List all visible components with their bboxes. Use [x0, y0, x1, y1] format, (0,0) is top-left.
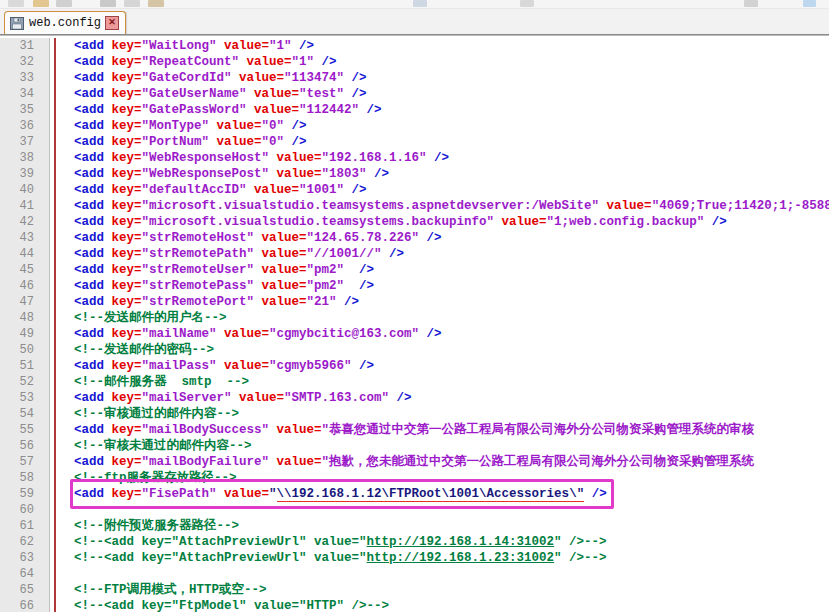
- code-line[interactable]: 42<add key="microsoft.visualstudio.teams…: [0, 214, 829, 230]
- line-number: 38: [0, 150, 50, 166]
- line-number: 42: [0, 214, 50, 230]
- tab-title: web.config: [29, 16, 101, 30]
- line-number: 41: [0, 198, 50, 214]
- toolbar-icon-sliver[interactable]: [744, 0, 758, 7]
- code-line[interactable]: 52<!--邮件服务器 smtp -->: [0, 374, 829, 390]
- line-number: 39: [0, 166, 50, 182]
- tab-bar: web.config ✕: [0, 9, 829, 35]
- toolbar-icon-sliver[interactable]: [520, 0, 534, 7]
- line-number: 50: [0, 342, 50, 358]
- code-text: <!--审核未通过的邮件内容-->: [56, 438, 829, 454]
- line-number: 34: [0, 86, 50, 102]
- code-text: <add key="WebResponsePost" value="1803" …: [56, 166, 829, 182]
- code-text: <add key="GatePassWord" value="112442" /…: [56, 102, 829, 118]
- code-text: <!--<add key="AttachPreviewUrl" value="h…: [56, 550, 829, 566]
- code-line[interactable]: 60: [0, 502, 829, 518]
- tab-web-config[interactable]: web.config ✕: [4, 11, 126, 34]
- code-line[interactable]: 36<add key="MonType" value="0" />: [0, 118, 829, 134]
- code-text: <add key="strRemoteHost" value="124.65.7…: [56, 230, 829, 246]
- code-line[interactable]: 39<add key="WebResponsePost" value="1803…: [0, 166, 829, 182]
- code-line[interactable]: 43<add key="strRemoteHost" value="124.65…: [0, 230, 829, 246]
- toolbar-icon-sliver[interactable]: [803, 0, 816, 7]
- code-line[interactable]: 38<add key="WebResponseHost" value="192.…: [0, 150, 829, 166]
- code-text: <add key="mailName" value="cgmybcitic@16…: [56, 326, 829, 342]
- code-line[interactable]: 54<!--审核通过的邮件内容-->: [0, 406, 829, 422]
- code-line[interactable]: 57<add key="mailBodyFailure" value="抱歉，您…: [0, 454, 829, 470]
- toolbar-icon-sliver[interactable]: [56, 0, 72, 7]
- line-number: 32: [0, 54, 50, 70]
- code-text: <add key="strRemoteUser" value="pm2" />: [56, 262, 829, 278]
- code-text: <add key="FisePath" value="\\192.168.1.1…: [56, 486, 829, 502]
- line-number: 48: [0, 310, 50, 326]
- line-number: 66: [0, 598, 50, 612]
- code-text: <add key="GateUserName" value="test" />: [56, 86, 829, 102]
- toolbar-icon-sliver[interactable]: [33, 0, 49, 7]
- code-line[interactable]: 62<!--<add key="AttachPreviewUrl" value=…: [0, 534, 829, 550]
- line-number: 44: [0, 246, 50, 262]
- line-number: 40: [0, 182, 50, 198]
- code-text: [56, 566, 829, 582]
- floppy-saved-icon: [10, 17, 24, 30]
- line-number: 36: [0, 118, 50, 134]
- code-lines: 31<add key="WaitLong" value="1" />32<add…: [0, 38, 829, 612]
- line-number: 47: [0, 294, 50, 310]
- line-number: 43: [0, 230, 50, 246]
- toolbar-icon-sliver[interactable]: [148, 0, 164, 7]
- toolbar-icon-sliver[interactable]: [8, 0, 24, 7]
- line-number: 53: [0, 390, 50, 406]
- line-number: 37: [0, 134, 50, 150]
- code-line[interactable]: 41<add key="microsoft.visualstudio.teams…: [0, 198, 829, 214]
- line-number: 61: [0, 518, 50, 534]
- line-number: 59: [0, 486, 50, 502]
- code-text: <!--发送邮件的用户名-->: [56, 310, 829, 326]
- code-line[interactable]: 33<add key="GateCordId" value="113474" /…: [0, 70, 829, 86]
- toolbar-icon-sliver[interactable]: [100, 0, 116, 7]
- code-line[interactable]: 37<add key="PortNum" value="0" />: [0, 134, 829, 150]
- code-line[interactable]: 44<add key="strRemotePath" value="//1001…: [0, 246, 829, 262]
- code-text: <!--邮件服务器 smtp -->: [56, 374, 829, 390]
- code-line[interactable]: 63<!--<add key="AttachPreviewUrl" value=…: [0, 550, 829, 566]
- line-number: 35: [0, 102, 50, 118]
- code-text: <!--<add key="FtpModel" value="HTTP" />-…: [56, 598, 829, 612]
- line-number: 56: [0, 438, 50, 454]
- code-line[interactable]: 55<add key="mailBodySuccess" value="恭喜您通…: [0, 422, 829, 438]
- line-number: 55: [0, 422, 50, 438]
- code-line[interactable]: 31<add key="WaitLong" value="1" />: [0, 38, 829, 54]
- close-icon[interactable]: ✕: [105, 16, 119, 30]
- line-number: 49: [0, 326, 50, 342]
- code-text: <add key="GateCordId" value="113474" />: [56, 70, 829, 86]
- code-line[interactable]: 50<!--发送邮件的密码-->: [0, 342, 829, 358]
- code-line[interactable]: 58<!--ftp服务器存放路径-->: [0, 470, 829, 486]
- code-line[interactable]: 40<add key="defaultAccID" value="1001" /…: [0, 182, 829, 198]
- code-line[interactable]: 65<!--FTP调用模式，HTTP或空-->: [0, 582, 829, 598]
- code-text: <!--FTP调用模式，HTTP或空-->: [56, 582, 829, 598]
- code-line[interactable]: 51<add key="mailPass" value="cgmyb5966" …: [0, 358, 829, 374]
- editor-area[interactable]: 31<add key="WaitLong" value="1" />32<add…: [0, 35, 829, 612]
- line-number: 46: [0, 278, 50, 294]
- code-line[interactable]: 46<add key="strRemotePass" value="pm2" /…: [0, 278, 829, 294]
- toolbar-icon-sliver[interactable]: [413, 0, 427, 7]
- code-text: <add key="WebResponseHost" value="192.16…: [56, 150, 829, 166]
- code-line[interactable]: 35<add key="GatePassWord" value="112442"…: [0, 102, 829, 118]
- line-number: 33: [0, 70, 50, 86]
- line-number: 57: [0, 454, 50, 470]
- code-line[interactable]: 45<add key="strRemoteUser" value="pm2" /…: [0, 262, 829, 278]
- code-line[interactable]: 53<add key="mailServer" value="SMTP.163.…: [0, 390, 829, 406]
- toolbar-icon-sliver[interactable]: [124, 0, 140, 7]
- code-line[interactable]: 47<add key="strRemotePort" value="21" />: [0, 294, 829, 310]
- code-line[interactable]: 64: [0, 566, 829, 582]
- line-number: 60: [0, 502, 50, 518]
- code-line[interactable]: 61<!--附件预览服务器路径-->: [0, 518, 829, 534]
- code-text: <add key="mailBodyFailure" value="抱歉，您未能…: [56, 454, 829, 470]
- line-number: 45: [0, 262, 50, 278]
- code-line[interactable]: 32<add key="RepeatCount" value="1" />: [0, 54, 829, 70]
- code-line[interactable]: 66<!--<add key="FtpModel" value="HTTP" /…: [0, 598, 829, 612]
- code-line[interactable]: 34<add key="GateUserName" value="test" /…: [0, 86, 829, 102]
- code-line[interactable]: 49<add key="mailName" value="cgmybcitic@…: [0, 326, 829, 342]
- code-line[interactable]: 59<add key="FisePath" value="\\192.168.1…: [0, 486, 829, 502]
- line-number: 58: [0, 470, 50, 486]
- code-line[interactable]: 56<!--审核未通过的邮件内容-->: [0, 438, 829, 454]
- code-text: <add key="strRemotePass" value="pm2" />: [56, 278, 829, 294]
- code-text: <add key="mailServer" value="SMTP.163.co…: [56, 390, 829, 406]
- code-line[interactable]: 48<!--发送邮件的用户名-->: [0, 310, 829, 326]
